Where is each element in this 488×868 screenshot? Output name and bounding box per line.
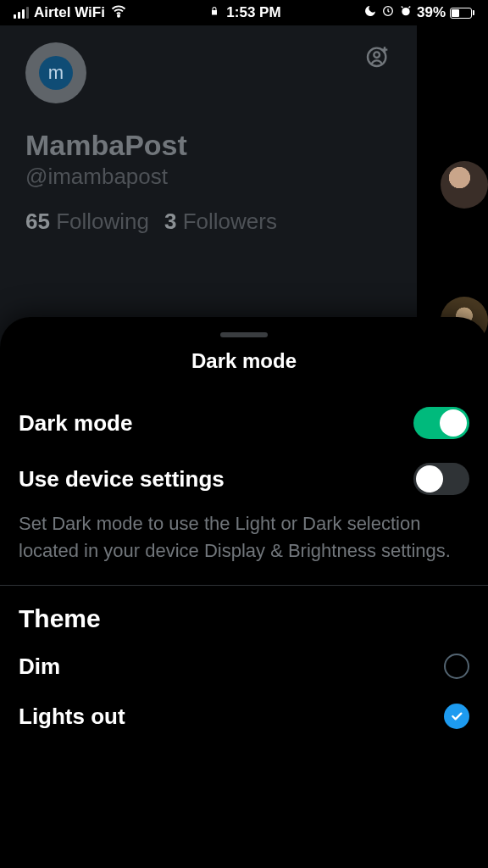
add-account-icon[interactable] <box>364 42 391 73</box>
avatar-letter: m <box>39 56 73 90</box>
status-right: 39% <box>363 4 474 22</box>
cellular-signal-icon <box>14 7 29 19</box>
sheet-title: Dark mode <box>0 349 488 373</box>
clock-time: 1:53 PM <box>226 4 280 21</box>
radio-unchecked-icon[interactable] <box>444 654 469 679</box>
status-center: 1:53 PM <box>209 4 280 21</box>
svg-point-2 <box>402 8 409 15</box>
carrier-name: Airtel WiFi <box>34 4 105 21</box>
theme-option-label: Lights out <box>19 704 125 730</box>
alarm-icon <box>399 4 413 22</box>
use-device-settings-label: Use device settings <box>19 466 225 492</box>
radio-checked-icon[interactable] <box>444 704 469 729</box>
theme-section-header: Theme <box>0 586 488 642</box>
svg-point-4 <box>374 52 380 58</box>
status-bar: Airtel WiFi 1:53 PM 39% <box>0 0 488 25</box>
follow-stats: 65 Following 3 Followers <box>25 209 391 235</box>
use-device-settings-toggle[interactable] <box>413 463 469 495</box>
dark-mode-sheet: Dark mode Dark mode Use device settings … <box>0 317 488 868</box>
theme-option-dim[interactable]: Dim <box>0 642 488 692</box>
moon-icon <box>363 4 377 22</box>
wifi-icon <box>110 3 127 24</box>
orientation-lock-icon <box>381 4 395 22</box>
following-stat[interactable]: 65 Following <box>25 209 149 235</box>
use-device-settings-description: Set Dark mode to use the Light or Dark s… <box>0 507 488 585</box>
theme-option-lights-out[interactable]: Lights out <box>0 692 488 742</box>
display-name: MambaPost <box>25 129 391 162</box>
user-handle: @imambapost <box>25 164 391 190</box>
side-avatar <box>441 161 488 209</box>
theme-option-label: Dim <box>19 654 60 680</box>
battery-percent: 39% <box>417 4 446 21</box>
svg-point-0 <box>118 14 119 16</box>
followers-stat[interactable]: 3 Followers <box>164 209 277 235</box>
status-left: Airtel WiFi <box>14 3 127 24</box>
sheet-grabber[interactable] <box>220 332 268 337</box>
use-device-settings-row[interactable]: Use device settings <box>0 451 488 507</box>
lock-icon <box>209 4 219 21</box>
dark-mode-label: Dark mode <box>19 410 132 437</box>
dark-mode-toggle[interactable] <box>413 407 469 439</box>
avatar[interactable]: m <box>25 42 86 103</box>
battery-icon <box>450 8 474 19</box>
dark-mode-row[interactable]: Dark mode <box>0 395 488 451</box>
